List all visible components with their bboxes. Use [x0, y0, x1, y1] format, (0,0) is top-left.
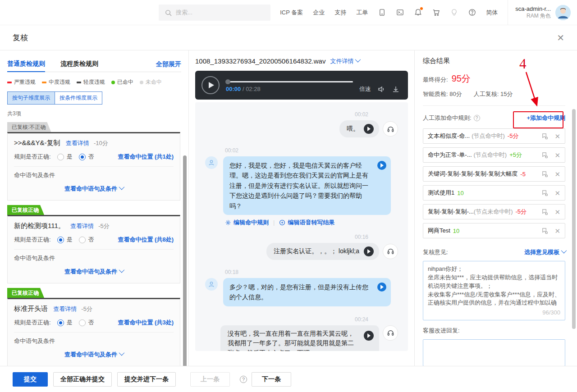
- headphone-button[interactable]: [383, 325, 398, 341]
- edit-transcript-action[interactable]: 编辑语音转写结果: [279, 219, 334, 227]
- left-panel-scrollbar[interactable]: [183, 155, 187, 366]
- nav-item-lang[interactable]: 简体: [486, 9, 498, 17]
- rule-score: -10分: [94, 140, 108, 146]
- radio-no[interactable]: [79, 319, 86, 326]
- remove-icon[interactable]: ✕: [554, 171, 560, 178]
- view-positions-link[interactable]: 查看命中位置 (共8处): [118, 236, 174, 244]
- help-icon[interactable]: ?: [474, 115, 480, 121]
- locate-flag-icon[interactable]: [541, 152, 548, 159]
- cart-icon[interactable]: [432, 9, 440, 17]
- volume-icon[interactable]: [377, 85, 385, 93]
- opinion-template-link[interactable]: 选择意见模板: [524, 248, 565, 256]
- user-block[interactable]: sca-admin-r... RAM 角色: [508, 0, 571, 25]
- help-icon[interactable]: ?: [240, 376, 247, 383]
- remove-icon[interactable]: ✕: [554, 209, 560, 215]
- view-detail-link[interactable]: 查看详情: [53, 305, 77, 312]
- rules-count: 共3项: [7, 110, 181, 118]
- bubble-play-icon[interactable]: [377, 283, 386, 292]
- download-icon[interactable]: [392, 85, 400, 93]
- review-opinion-textarea[interactable]: nihpan你好； 坐席未告知***，应主动提供帮助信息，选择适当时机说明关键注…: [423, 261, 565, 320]
- locate-flag-icon[interactable]: [541, 209, 548, 215]
- page-scrollbar[interactable]: [572, 109, 576, 329]
- search-input[interactable]: 搜索...: [159, 5, 270, 21]
- submit-and-next-button[interactable]: 提交并进下一条: [117, 372, 176, 387]
- progress-handle[interactable]: [225, 79, 230, 84]
- radio-option-no[interactable]: 否: [79, 236, 94, 244]
- view-positions-link[interactable]: 查看命中位置 (共1处): [118, 153, 174, 161]
- radio-option-no[interactable]: 否: [79, 319, 94, 327]
- file-detail-link[interactable]: 文件详情: [330, 57, 359, 65]
- char-counter: 96/300: [542, 309, 560, 317]
- previous-button[interactable]: 上一条: [190, 372, 230, 387]
- help-icon[interactable]: [468, 9, 476, 17]
- locate-flag-icon[interactable]: [541, 133, 548, 140]
- remove-icon[interactable]: ✕: [554, 190, 560, 196]
- final-score-row: 最终得分: 95分: [423, 73, 565, 85]
- progress-bar[interactable]: [226, 81, 353, 82]
- app-icon[interactable]: [378, 9, 386, 17]
- agent-reply-textarea[interactable]: [423, 339, 565, 366]
- view-hit-statements-link[interactable]: 查看命中语句及条件: [14, 268, 174, 276]
- bell-icon[interactable]: [414, 9, 422, 17]
- nav-item-support[interactable]: 支持: [334, 9, 346, 17]
- bubble-play-icon[interactable]: [364, 124, 374, 134]
- remove-icon[interactable]: ✕: [554, 152, 560, 159]
- view-hit-statements-link[interactable]: 查看命中语句及条件: [14, 185, 174, 193]
- tab-normal-rules[interactable]: 普通质检规则: [7, 57, 45, 72]
- radio-option-yes[interactable]: 是: [57, 236, 73, 244]
- headphone-button[interactable]: [383, 244, 398, 259]
- submit-button[interactable]: 提交: [13, 372, 48, 387]
- view-positions-link[interactable]: 查看命中位置 (共3处): [118, 319, 174, 327]
- remove-icon[interactable]: ✕: [554, 228, 560, 234]
- drawer-header: 复核 ✕: [0, 25, 577, 50]
- close-icon[interactable]: ✕: [557, 33, 564, 42]
- radio-yes[interactable]: [57, 154, 64, 160]
- radio-option-yes[interactable]: 是: [57, 319, 73, 327]
- add-hit-rule-button[interactable]: +添加命中规则: [527, 114, 565, 122]
- expand-all-link[interactable]: 全部展开: [156, 60, 181, 68]
- view-detail-link[interactable]: 查看详情: [70, 223, 94, 229]
- added-rule-score: 10: [453, 228, 459, 234]
- next-button[interactable]: 下一条: [252, 372, 291, 387]
- radio-yes[interactable]: [57, 319, 64, 326]
- audio-player: 00:00 / 02:28 倍速: [195, 71, 408, 100]
- toggle-condition-view[interactable]: 按条件维度展示: [55, 91, 102, 105]
- toggle-sentence-view[interactable]: 按句子维度展示: [7, 91, 55, 105]
- bubble-play-icon[interactable]: [377, 161, 386, 170]
- added-rule-score: 10: [457, 190, 463, 196]
- main-area: 普通质检规则 流程质检规则 全部展开 严重违规 中度违规 轻度违规 已命中 未命…: [0, 50, 577, 366]
- locate-flag-icon[interactable]: [541, 228, 548, 234]
- locate-flag-icon[interactable]: [541, 171, 548, 178]
- added-rule-name: 关键词-复制-复制-复制-复制大幅度: [428, 170, 517, 178]
- bubble-play-icon[interactable]: [364, 331, 374, 341]
- locate-flag-icon[interactable]: [541, 190, 548, 196]
- time-separator: /: [243, 86, 244, 92]
- radio-yes[interactable]: [57, 237, 64, 243]
- radio-no[interactable]: [79, 237, 86, 243]
- play-button[interactable]: [201, 76, 220, 94]
- console-icon[interactable]: [396, 9, 404, 17]
- final-score-label: 最终得分:: [423, 76, 448, 84]
- divider: |: [273, 219, 275, 226]
- nav-item-tickets[interactable]: 工单: [356, 9, 368, 17]
- message-text: 注册实名认证。，。； lokljkl;a: [274, 246, 359, 256]
- avatar[interactable]: [555, 5, 571, 20]
- radio-option-no[interactable]: 否: [79, 153, 94, 161]
- hit-statements-label: 命中语句及条件: [14, 337, 174, 345]
- lightbulb-icon[interactable]: [450, 9, 458, 17]
- speed-control[interactable]: 倍速: [359, 85, 371, 93]
- remove-icon[interactable]: ✕: [554, 133, 560, 140]
- nav-item-icp[interactable]: ICP 备案: [280, 9, 303, 17]
- radio-no[interactable]: [79, 154, 86, 160]
- bubble-play-icon[interactable]: [364, 246, 374, 256]
- severity-legend: 严重违规 中度违规 轻度违规 已命中 未命中: [7, 78, 181, 86]
- headphone-button[interactable]: [383, 121, 398, 137]
- radio-option-yes[interactable]: 是: [57, 153, 73, 161]
- tab-flow-rules[interactable]: 流程质检规则: [60, 57, 98, 72]
- edit-rule-action[interactable]: 编辑命中规则: [225, 219, 269, 227]
- view-detail-link[interactable]: 查看详情: [66, 140, 89, 146]
- nav-item-enterprise[interactable]: 企业: [313, 9, 325, 17]
- all-correct-submit-button[interactable]: 全部正确并提交: [53, 372, 112, 387]
- audio-filename: 1008_13933276934_20200506164832.wav: [195, 57, 325, 65]
- view-hit-statements-link[interactable]: 查看命中语句及条件: [14, 351, 174, 359]
